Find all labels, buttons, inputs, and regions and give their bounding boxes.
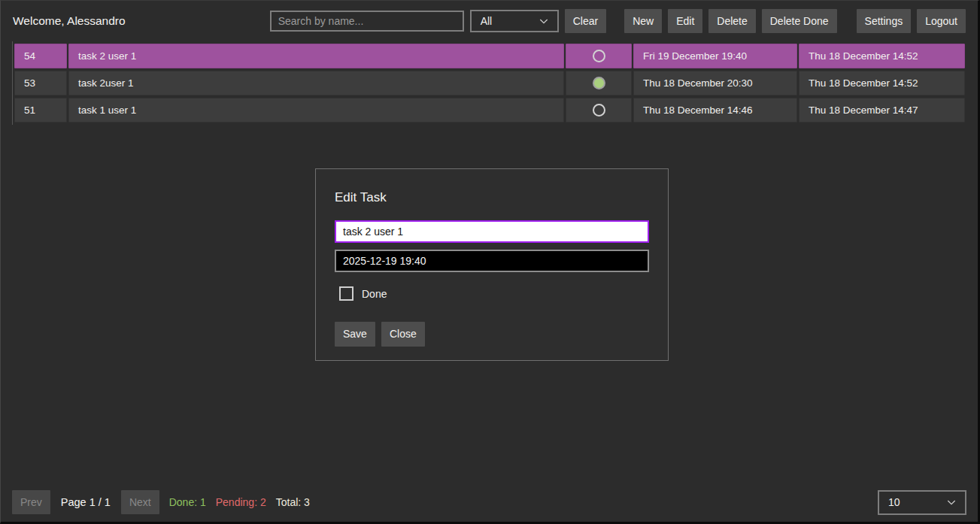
table-row[interactable]: 51 task 1 user 1 Thu 18 December 14:46 T… — [14, 98, 965, 123]
total-count: Total: 3 — [276, 496, 310, 508]
task-name-cell[interactable]: task 2 user 1 — [68, 44, 564, 68]
task-due-cell[interactable]: Thu 18 December 14:46 — [633, 98, 797, 123]
page-size-value: 10 — [888, 496, 900, 508]
top-bar: Welcome, Alessandro All Clear New Edit D… — [1, 1, 978, 41]
search-input[interactable] — [270, 11, 464, 32]
task-name-input[interactable] — [335, 220, 649, 243]
task-id-cell[interactable]: 51 — [14, 98, 67, 123]
delete-button[interactable]: Delete — [708, 9, 755, 34]
bottom-bar: Prev Page 1 / 1 Next Done: 1 Pending: 2 … — [1, 483, 978, 522]
next-page-button[interactable]: Next — [121, 490, 159, 515]
status-dot — [593, 77, 605, 89]
done-checkbox-label: Done — [362, 288, 387, 300]
done-checkbox[interactable] — [339, 286, 353, 301]
task-datetime-input[interactable] — [335, 250, 649, 272]
tasks-table-container: 54 task 2 user 1 Fri 19 December 19:40 T… — [12, 41, 966, 125]
task-id-cell[interactable]: 53 — [14, 71, 67, 95]
new-button[interactable]: New — [624, 9, 662, 34]
status-dot — [593, 104, 605, 117]
filter-select-value: All — [481, 15, 493, 27]
app-window: Welcome, Alessandro All Clear New Edit D… — [0, 0, 980, 524]
delete-done-button[interactable]: Delete Done — [762, 9, 837, 34]
tasks-table: 54 task 2 user 1 Fri 19 December 19:40 T… — [13, 41, 966, 125]
task-due-cell[interactable]: Fri 19 December 19:40 — [633, 44, 797, 68]
settings-button[interactable]: Settings — [857, 9, 912, 34]
pending-count: Pending: 2 — [216, 496, 266, 508]
table-row[interactable]: 54 task 2 user 1 Fri 19 December 19:40 T… — [14, 44, 965, 68]
task-status-cell[interactable] — [566, 98, 632, 123]
task-due-cell[interactable]: Thu 18 December 20:30 — [633, 71, 797, 95]
status-dot — [593, 50, 605, 62]
task-created-cell[interactable]: Thu 18 December 14:47 — [799, 98, 965, 123]
page-indicator: Page 1 / 1 — [61, 496, 111, 508]
logout-button[interactable]: Logout — [917, 9, 966, 34]
table-row[interactable]: 53 task 2user 1 Thu 18 December 20:30 Th… — [14, 71, 965, 95]
page-size-select[interactable]: 10 — [878, 490, 966, 515]
task-id-cell[interactable]: 54 — [14, 44, 67, 68]
save-button[interactable]: Save — [335, 322, 375, 347]
edit-task-modal: Edit Task Done Save Close — [315, 168, 669, 361]
done-count: Done: 1 — [169, 496, 206, 508]
edit-button[interactable]: Edit — [668, 9, 702, 34]
task-created-cell[interactable]: Thu 18 December 14:52 — [799, 71, 965, 95]
close-button[interactable]: Close — [381, 322, 425, 347]
prev-page-button[interactable]: Prev — [12, 490, 50, 515]
modal-title: Edit Task — [335, 190, 649, 205]
filter-select[interactable]: All — [470, 10, 559, 32]
task-created-cell[interactable]: Thu 18 December 14:52 — [799, 44, 965, 68]
welcome-text: Welcome, Alessandro — [13, 14, 126, 28]
chevron-down-icon — [945, 496, 957, 508]
task-name-cell[interactable]: task 1 user 1 — [68, 98, 564, 123]
task-status-cell[interactable] — [566, 44, 632, 68]
chevron-down-icon — [538, 15, 550, 27]
modal-buttons: Save Close — [335, 322, 425, 347]
task-name-cell[interactable]: task 2user 1 — [68, 71, 564, 95]
clear-button[interactable]: Clear — [565, 9, 606, 34]
task-status-cell[interactable] — [566, 71, 632, 95]
done-checkbox-row: Done — [335, 286, 649, 301]
